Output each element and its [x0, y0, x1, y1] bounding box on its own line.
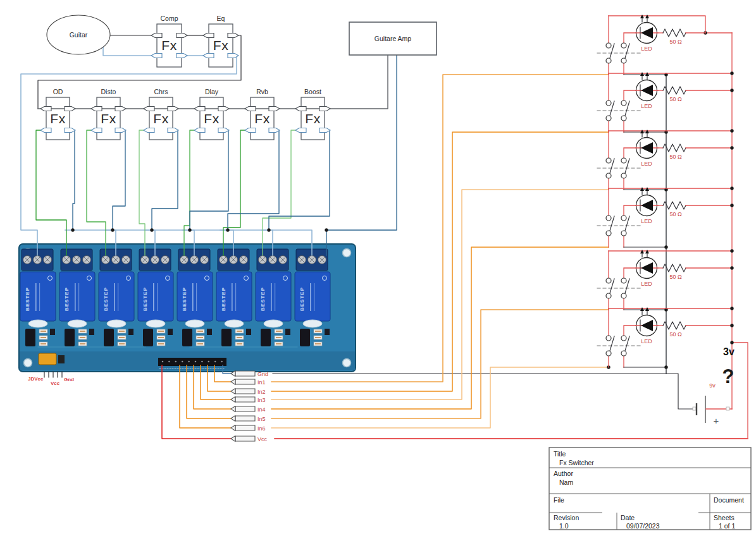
- switch-right-riser: [624, 326, 636, 336]
- junction-dot: [188, 228, 191, 231]
- arrow-head: [645, 250, 649, 253]
- led-switch-unit: LED50 Ω: [597, 129, 734, 191]
- header-pin: [214, 361, 216, 363]
- cable-lug-icon: [231, 371, 255, 376]
- junction-dot: [730, 249, 733, 252]
- relay-tab-cutout: [28, 320, 47, 327]
- mounting-hole: [343, 359, 351, 367]
- header-pin: [208, 361, 210, 363]
- header-pin: [182, 361, 183, 363]
- junction-dot: [325, 228, 328, 231]
- relay-module-photo: BESTEPBESTEPBESTEPBESTEPBESTEPBESTEPBEST…: [19, 244, 356, 386]
- cable-lug-icon: [231, 379, 255, 384]
- switch-contact: [606, 173, 611, 178]
- header-pin: [188, 361, 190, 363]
- relay-print-line: [35, 283, 37, 311]
- arrow-head: [640, 130, 644, 133]
- switch-contact: [606, 231, 611, 236]
- relay-tab-cutout: [225, 320, 244, 327]
- switch-contact: [606, 100, 611, 106]
- switch-contact: [606, 293, 611, 298]
- jack-plug-icon: [203, 54, 214, 58]
- connector-label: In1: [257, 379, 266, 386]
- switch-contact: [621, 231, 626, 236]
- jack-plug-icon: [269, 128, 280, 133]
- led-label: LED: [641, 338, 652, 344]
- switch-contact: [621, 351, 626, 356]
- transistor: [246, 329, 251, 335]
- switch-contact: [606, 336, 611, 341]
- junction-dot: [71, 228, 74, 231]
- switch-contact: [621, 116, 626, 121]
- relay-print-line: [235, 283, 236, 311]
- switch-contact: [621, 216, 626, 221]
- file-field-label: File: [554, 496, 564, 504]
- relay-brand-label: BESTEP: [142, 287, 148, 311]
- wire-send-od: [36, 130, 66, 255]
- resistor-value-label: 50 Ω: [669, 39, 682, 45]
- relay-print-line: [232, 283, 233, 311]
- switch-contact: [621, 173, 626, 178]
- header-pin: [168, 361, 170, 363]
- switch-contact: [606, 43, 611, 48]
- junction-dot: [730, 146, 733, 149]
- mounting-hole: [343, 249, 351, 257]
- switch-contact: [606, 351, 611, 356]
- fx-box-chrs: ChrsFx: [144, 88, 178, 140]
- relay-brand-label: BESTEP: [103, 287, 109, 311]
- battery-plus-sign: +: [714, 415, 719, 426]
- fx-box-title: Eq: [217, 15, 225, 22]
- title-block: Title Fx Switcher Author Nam File Docume…: [549, 448, 751, 530]
- header-pin: [221, 361, 223, 363]
- io-connector-in2: In2: [231, 389, 266, 395]
- wire-return-boost: [269, 130, 330, 230]
- connector-label: In4: [257, 406, 266, 413]
- jack-plug-icon: [319, 128, 330, 133]
- jack-plug-icon: [177, 54, 187, 58]
- arrow-head: [640, 250, 644, 253]
- title-field-label: Title: [554, 450, 566, 458]
- arrow-head: [645, 72, 649, 76]
- arrow-head: [640, 15, 644, 18]
- relay-print-line: [153, 283, 154, 311]
- transistor: [89, 329, 94, 335]
- io-connector-in4: In4: [231, 406, 266, 413]
- wire-return-chrs: [152, 130, 178, 230]
- relay-brand-label: BESTEP: [221, 287, 226, 311]
- switch-contact: [621, 158, 626, 163]
- wire-amp-return: [326, 55, 397, 255]
- switch-contact: [606, 116, 611, 121]
- led-label: LED: [641, 103, 652, 109]
- wire-send-dlay: [184, 130, 195, 255]
- board-gnd-label: Gnd: [64, 377, 74, 382]
- fx-box-rvb: RvbFx: [245, 88, 280, 140]
- relay-print-line: [118, 283, 118, 311]
- jack-plug-icon: [177, 34, 187, 38]
- jack-plug-icon: [194, 107, 205, 111]
- relay-tab-cutout: [264, 320, 283, 327]
- fx-box-title: Comp: [160, 15, 178, 22]
- led-switch-unit: LED50 Ω: [597, 15, 705, 76]
- jack-plug-icon: [91, 128, 102, 133]
- relay-print-line: [114, 283, 115, 311]
- fx-box-od: ODFx: [40, 88, 75, 140]
- io-connector-in3: In3: [231, 397, 266, 403]
- fx-glyph: Fx: [254, 111, 270, 126]
- relay-print-line: [78, 283, 79, 311]
- wire-return-disto: [113, 130, 125, 230]
- wire-return-rvb: [228, 130, 279, 230]
- fx-box-title: Dlay: [205, 88, 219, 95]
- transistor: [168, 329, 173, 335]
- optocoupler-chip: [104, 329, 114, 346]
- jack-plug-icon: [295, 107, 306, 111]
- junction-dot: [730, 307, 733, 310]
- optocoupler-chip: [65, 329, 75, 346]
- switch-right-riser: [624, 268, 636, 278]
- jack-plug-icon: [115, 107, 126, 111]
- led-switch-unit: LED50 Ω: [597, 71, 734, 133]
- revision-field-label: Revision: [554, 514, 579, 521]
- io-connector-in5: In5: [231, 416, 266, 422]
- junction-dot: [730, 186, 733, 190]
- jack-plug-icon: [151, 34, 162, 38]
- arrow-head: [645, 130, 649, 133]
